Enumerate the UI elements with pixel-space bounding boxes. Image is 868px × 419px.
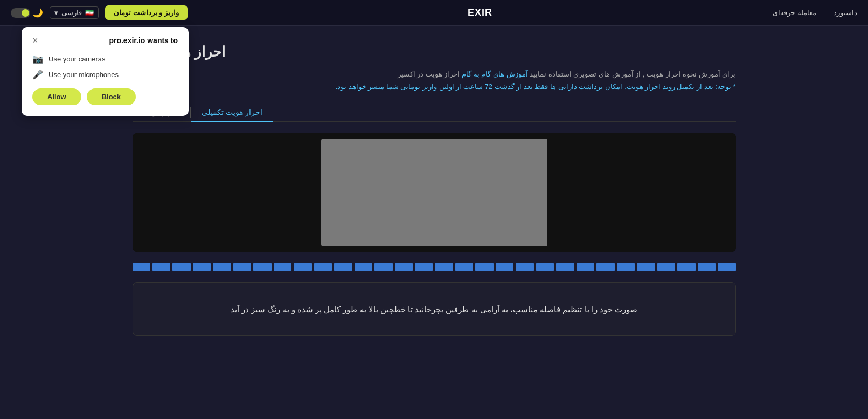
navbar-right: واریز و برداشت تومان 🇮🇷 فارسی ▾ 🌙 <box>11 5 188 20</box>
progress-bar <box>133 263 736 271</box>
progress-cell <box>152 263 170 271</box>
progress-cell <box>677 263 695 271</box>
progress-cell <box>213 263 231 271</box>
camera-feed <box>321 139 547 246</box>
progress-cell <box>172 263 190 271</box>
progress-cell <box>193 263 211 271</box>
permission-popup: pro.exir.io wants to × 📷 Use your camera… <box>22 27 189 116</box>
progress-cell <box>355 263 372 271</box>
camera-side-left <box>547 133 736 252</box>
popup-header: pro.exir.io wants to × <box>32 36 178 45</box>
progress-cell <box>577 263 594 271</box>
progress-cell <box>253 263 271 271</box>
progress-cell <box>133 263 150 271</box>
navbar-left: داشبورد معامله حرفه‌ای <box>773 9 857 17</box>
theme-toggle[interactable]: 🌙 <box>11 8 43 18</box>
navbar: داشبورد معامله حرفه‌ای EXIR واریز و بردا… <box>0 0 868 26</box>
camera-side-right <box>133 133 321 252</box>
progress-cell <box>496 263 513 271</box>
language-selector[interactable]: 🇮🇷 فارسی ▾ <box>50 6 99 19</box>
progress-cell <box>395 263 413 271</box>
progress-cell <box>314 263 332 271</box>
nav-link-dashboard[interactable]: داشبورد <box>834 9 857 17</box>
navbar-logo: EXIR <box>468 7 492 18</box>
instruction-box: صورت خود را با تنظیم فاصله مناسب، به آرا… <box>133 282 736 336</box>
navbar-links: داشبورد معامله حرفه‌ای <box>773 9 857 17</box>
progress-cell <box>455 263 473 271</box>
allow-button[interactable]: Allow <box>32 88 81 105</box>
progress-cell <box>475 263 493 271</box>
progress-cell <box>274 263 291 271</box>
deposit-button[interactable]: واریز و برداشت تومان <box>105 5 188 20</box>
camera-container <box>133 133 736 252</box>
permission-microphone-label: Use your microphones <box>48 71 119 79</box>
main-content: احراز هویت ✓ برای آموزش نحوه احراز هویت … <box>111 26 758 352</box>
moon-icon: 🌙 <box>32 8 43 18</box>
progress-cell <box>233 263 251 271</box>
tab-advanced-kyc[interactable]: احراز هویت تکمیلی <box>191 104 273 122</box>
chevron-down-icon: ▾ <box>54 9 58 17</box>
notice-text: * توجه: بعد از تکمیل روند احراز هویت، ام… <box>133 83 736 91</box>
popup-actions: Allow Block <box>32 88 178 105</box>
popup-title: pro.exir.io wants to <box>109 36 178 45</box>
toggle-track <box>11 8 30 18</box>
permission-microphone: 🎤 Use your microphones <box>32 70 178 80</box>
instruction-text: صورت خود را با تنظیم فاصله مناسب، به آرا… <box>231 302 637 317</box>
tabs: احراز هویت تکمیلی احراز هویت <box>133 104 736 122</box>
progress-cell <box>516 263 533 271</box>
progress-cell <box>334 263 352 271</box>
progress-cell <box>294 263 311 271</box>
progress-cell <box>657 263 675 271</box>
info-text: برای آموزش نحوه احراز هویت , از آموزش ها… <box>133 70 736 78</box>
progress-cell <box>698 263 716 271</box>
block-button[interactable]: Block <box>87 88 136 105</box>
tab-separator <box>190 107 191 118</box>
progress-cell <box>718 263 735 271</box>
flag-icon: 🇮🇷 <box>85 9 94 17</box>
language-label: فارسی <box>61 9 82 17</box>
progress-cell <box>617 263 635 271</box>
progress-cell <box>415 263 433 271</box>
progress-cell <box>536 263 554 271</box>
info-link[interactable]: آموزش های گام به گام <box>462 70 527 78</box>
progress-cell <box>435 263 453 271</box>
camera-icon: 📷 <box>32 54 43 64</box>
toggle-thumb <box>22 9 29 17</box>
permission-camera: 📷 Use your cameras <box>32 54 178 64</box>
progress-cell <box>556 263 574 271</box>
nav-link-pro-trade[interactable]: معامله حرفه‌ای <box>773 9 816 17</box>
popup-close-button[interactable]: × <box>32 36 38 45</box>
progress-cell <box>374 263 392 271</box>
progress-cell <box>637 263 655 271</box>
page-header: احراز هویت ✓ <box>133 42 736 61</box>
permission-camera-label: Use your cameras <box>48 55 105 63</box>
progress-cell <box>596 263 614 271</box>
microphone-icon: 🎤 <box>32 70 43 80</box>
